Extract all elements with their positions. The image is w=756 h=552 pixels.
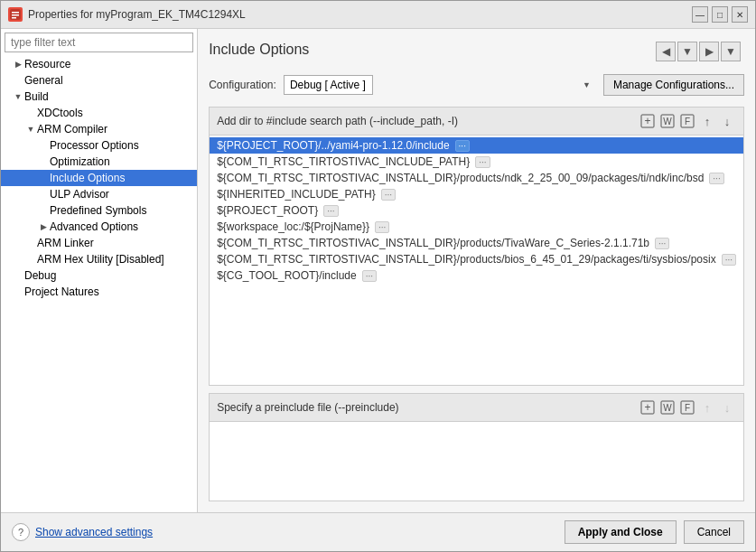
tree-item-debug[interactable]: ▶ Debug — [1, 267, 197, 284]
include-paths-list: ${PROJECT_ROOT}/../yami4-pro-1.12.0/incl… — [210, 136, 743, 385]
tree-item-arm-linker[interactable]: ▶ ARM Linker — [1, 235, 197, 251]
svg-rect-3 — [12, 17, 16, 19]
apply-and-close-button[interactable]: Apply and Close — [565, 520, 677, 544]
nav-fwd-button[interactable]: ▶ — [699, 42, 719, 61]
include-section-header: Add dir to #include search path (--inclu… — [210, 108, 743, 136]
path-item[interactable]: ${PROJECT_ROOT}/../yami4-pro-1.12.0/incl… — [210, 137, 743, 154]
close-button[interactable]: ✕ — [732, 6, 748, 23]
tree-item-arm-hex-utility[interactable]: ▶ ARM Hex Utility [Disabled] — [1, 251, 197, 267]
svg-text:F: F — [685, 117, 690, 126]
help-button[interactable]: ? — [12, 523, 30, 541]
path-item[interactable]: ${COM_TI_RTSC_TIRTOSTIVAC_INSTALL_DIR}/p… — [210, 170, 743, 186]
tree-item-resource[interactable]: ▶ Resource — [1, 56, 197, 72]
expand-icon: ▶ — [14, 60, 23, 69]
bottom-bar: ? Show advanced settings Apply and Close… — [1, 512, 755, 551]
path-item[interactable]: ${COM_TI_RTSC_TIRTOSTIVAC_INSTALL_DIR}/p… — [210, 235, 743, 251]
preinclude-section-box: Specify a preinclude file (--preinclude)… — [209, 393, 744, 501]
svg-rect-1 — [12, 12, 19, 14]
preinclude-section-toolbar: + W F — [639, 398, 736, 416]
svg-text:+: + — [644, 115, 650, 127]
config-row: Configuration: Debug [ Active ] Manage C… — [209, 74, 744, 96]
svg-text:W: W — [663, 117, 672, 126]
cancel-button[interactable]: Cancel — [684, 520, 744, 544]
dialog-content: ▶ Resource ▶ General ▼ Build ▶ XDCtools — [1, 29, 755, 512]
nav-dropdown2-button[interactable]: ▼ — [721, 42, 741, 61]
title-bar: Properties for myProgram_EK_TM4C1294XL —… — [1, 1, 755, 29]
preinclude-section-title: Specify a preinclude file (--preinclude) — [217, 401, 398, 414]
move-down-button[interactable]: ↓ — [718, 112, 736, 130]
show-advanced-link[interactable]: Show advanced settings — [35, 526, 153, 538]
expand-icon: ▼ — [26, 125, 35, 134]
tree-item-include-options[interactable]: ▶ Include Options — [1, 170, 197, 186]
move-up-button[interactable]: ↑ — [698, 112, 716, 130]
panel-title: Include Options — [209, 42, 309, 58]
window-controls: — □ ✕ — [692, 6, 748, 23]
tree-item-arm-compiler[interactable]: ▼ ARM Compiler — [1, 121, 197, 137]
include-section-box: Add dir to #include search path (--inclu… — [209, 107, 744, 386]
tree-item-ulp-advisor[interactable]: ▶ ULP Advisor — [1, 186, 197, 202]
path-item[interactable]: ${COM_TI_RTSC_TIRTOSTIVAC_INSTALL_DIR}/p… — [210, 251, 743, 267]
preinclude-add-file-button[interactable]: F — [678, 398, 696, 416]
minimize-button[interactable]: — — [692, 6, 708, 23]
manage-configurations-button[interactable]: Manage Configurations... — [603, 74, 744, 96]
preinclude-content — [210, 422, 743, 501]
nav-back-button[interactable]: ◀ — [656, 42, 676, 61]
tree-container: ▶ Resource ▶ General ▼ Build ▶ XDCtools — [1, 56, 197, 512]
svg-text:+: + — [644, 401, 650, 414]
tree-item-project-natures[interactable]: ▶ Project Natures — [1, 284, 197, 300]
add-file-button[interactable]: F — [678, 112, 696, 130]
svg-rect-2 — [12, 14, 19, 16]
config-label: Configuration: — [209, 79, 276, 91]
path-item[interactable]: ${COM_TI_RTSC_TIRTOSTIVAC_INCLUDE_PATH} … — [210, 154, 743, 170]
config-select-wrapper: Debug [ Active ] — [284, 75, 596, 95]
tree-item-processor-options[interactable]: ▶ Processor Options — [1, 137, 197, 154]
add-workspace-button[interactable]: W — [658, 112, 677, 130]
tree-item-build[interactable]: ▼ Build — [1, 89, 197, 105]
tree-item-optimization[interactable]: ▶ Optimization — [1, 154, 197, 170]
expand-icon: ▼ — [14, 92, 23, 101]
path-item[interactable]: ${CG_TOOL_ROOT}/include ··· — [210, 267, 743, 284]
config-select[interactable]: Debug [ Active ] — [284, 75, 373, 95]
include-section-title: Add dir to #include search path (--inclu… — [217, 115, 458, 127]
preinclude-move-down-button[interactable]: ↓ — [718, 398, 736, 416]
include-section-toolbar: + W F — [639, 112, 736, 130]
filter-input[interactable] — [5, 33, 193, 52]
preinclude-add-workspace-button[interactable]: W — [658, 398, 677, 416]
bottom-left: ? Show advanced settings — [12, 523, 153, 541]
path-item[interactable]: ${PROJECT_ROOT} ··· — [210, 202, 743, 219]
preinclude-move-up-button[interactable]: ↑ — [698, 398, 716, 416]
left-panel: ▶ Resource ▶ General ▼ Build ▶ XDCtools — [1, 29, 198, 512]
app-icon — [8, 7, 23, 22]
tree-item-predefined-symbols[interactable]: ▶ Predefined Symbols — [1, 202, 197, 219]
tree-item-xdctools[interactable]: ▶ XDCtools — [1, 105, 197, 121]
preinclude-section-header: Specify a preinclude file (--preinclude)… — [210, 394, 743, 422]
add-path-button[interactable]: + — [639, 112, 657, 130]
tree-item-advanced-options[interactable]: ▶ Advanced Options — [1, 219, 197, 235]
path-item[interactable]: ${INHERITED_INCLUDE_PATH} ··· — [210, 186, 743, 202]
bottom-right: Apply and Close Cancel — [565, 520, 744, 544]
expand-icon: ▶ — [39, 222, 48, 231]
dialog-window: Properties for myProgram_EK_TM4C1294XL —… — [0, 0, 756, 552]
right-panel: Include Options ◀ ▼ ▶ ▼ Configuration: D… — [198, 29, 755, 512]
svg-text:F: F — [685, 403, 690, 413]
path-item[interactable]: ${workspace_loc:/${ProjName}} ··· — [210, 219, 743, 235]
dialog-title: Properties for myProgram_EK_TM4C1294XL — [28, 8, 686, 21]
nav-dropdown-button[interactable]: ▼ — [677, 42, 697, 61]
tree-item-general[interactable]: ▶ General — [1, 72, 197, 89]
svg-text:W: W — [663, 403, 672, 413]
nav-toolbar: ◀ ▼ ▶ ▼ — [652, 40, 744, 63]
maximize-button[interactable]: □ — [712, 6, 728, 23]
preinclude-add-button[interactable]: + — [639, 398, 657, 416]
